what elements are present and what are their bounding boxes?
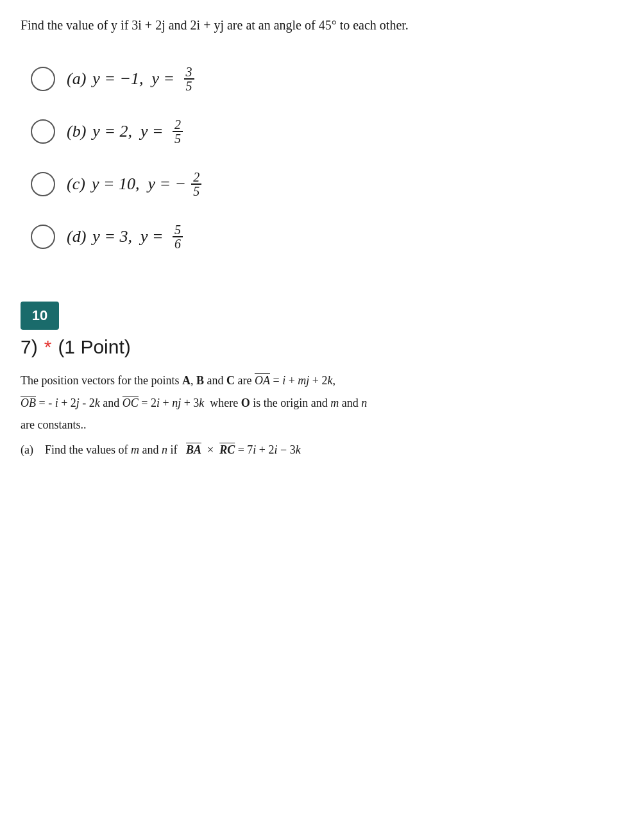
sub-question-a: (a) Find the values of m and n if BA × R… (21, 440, 623, 460)
option-d-text: (d) y = 3, y = 5 6 (67, 223, 184, 250)
radio-a[interactable] (31, 67, 55, 91)
options-container: (a) y = −1, y = 3 5 (b) y = 2, y = 2 (31, 53, 623, 263)
option-b-content: y = 2, y = (92, 122, 167, 141)
option-d-label: (d) (67, 227, 86, 246)
option-d-row[interactable]: (d) y = 3, y = 5 6 (31, 210, 623, 263)
radio-d[interactable] (31, 225, 55, 249)
question-subtitle-number: 7) (21, 336, 38, 358)
point-label: (1 Point) (58, 336, 130, 358)
section-number-text: 10 (32, 307, 47, 324)
question-body-line1: The position vectors for the points A, B… (21, 371, 623, 391)
option-d-content: y = 3, y = (92, 227, 167, 246)
option-c-row[interactable]: (c) y = 10, y = − 2 5 (31, 158, 623, 210)
radio-b[interactable] (31, 119, 55, 144)
page: Find the value of y if 3i + 2j and 2i + … (0, 0, 644, 827)
question-body-line3: are constants.. (21, 415, 623, 435)
question-body: The position vectors for the points A, B… (21, 371, 623, 459)
option-b-row[interactable]: (b) y = 2, y = 2 5 (31, 105, 623, 158)
option-b-text: (b) y = 2, y = 2 5 (67, 118, 184, 145)
option-d-fraction: 5 6 (173, 223, 183, 250)
option-a-label: (a) (67, 69, 86, 89)
divider-section: 10 (21, 302, 623, 336)
question-header-text: Find the value of y if 3i + 2j and 2i + … (21, 18, 409, 32)
option-b-label: (b) (67, 122, 86, 141)
option-c-label: (c) (67, 175, 85, 194)
question-subtitle: 7) * (1 Point) (21, 336, 623, 358)
section-number-box: 10 (21, 302, 59, 330)
required-asterisk: * (44, 336, 52, 358)
question-header: Find the value of y if 3i + 2j and 2i + … (21, 15, 623, 35)
option-b-fraction: 2 5 (173, 118, 183, 145)
option-a-text: (a) y = −1, y = 3 5 (67, 65, 196, 92)
radio-c[interactable] (31, 172, 55, 196)
option-a-content: y = −1, y = (92, 69, 178, 89)
option-c-content: y = 10, y = − (92, 175, 186, 194)
option-c-fraction: 2 5 (191, 171, 201, 198)
option-c-text: (c) y = 10, y = − 2 5 (67, 171, 203, 198)
option-a-fraction: 3 5 (184, 65, 194, 92)
option-a-row[interactable]: (a) y = −1, y = 3 5 (31, 53, 623, 105)
question-body-line2: OB = - i + 2j - 2k and OC = 2i + nj + 3k… (21, 393, 623, 413)
